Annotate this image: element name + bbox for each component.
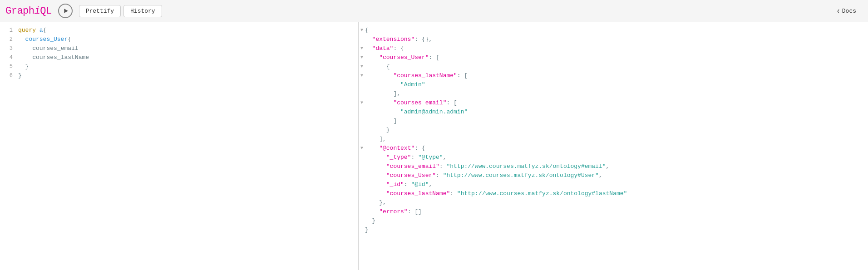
app-logo: GraphiQL	[5, 5, 52, 17]
editor-line: 4 courses_lastName	[0, 53, 358, 62]
line-content: {	[365, 26, 861, 35]
result-panel: ▼ { "extensions": {}, ▼ "data": { ▼ "cou…	[359, 22, 868, 270]
line-number: 2	[0, 35, 18, 44]
query-editor-panel: 1 query a{ 2 courses_User{ 3 courses_ema…	[0, 22, 359, 270]
editor-line: 1 query a{	[0, 26, 358, 35]
result-line: ],	[359, 89, 868, 98]
editor-line: 2 courses_User{	[0, 35, 358, 44]
result-line: ▼ {	[359, 62, 868, 71]
line-content: query a{	[18, 26, 351, 35]
fold-icon[interactable]: ▼	[359, 144, 365, 153]
result-line: ▼ "data": {	[359, 44, 868, 53]
line-number: 4	[0, 53, 18, 62]
svg-marker-0	[64, 9, 68, 13]
docs-button[interactable]: ❮ Docs	[830, 5, 863, 17]
editor-line: 6 }	[0, 71, 358, 80]
line-content: ],	[365, 89, 861, 98]
result-line: "admin@admin.admin"	[359, 108, 868, 117]
line-content: }	[18, 71, 351, 80]
line-content: "courses_lastName": [	[365, 71, 861, 80]
result-line: },	[359, 198, 868, 207]
line-content: }	[18, 62, 351, 71]
line-content: }	[365, 216, 861, 226]
line-content: courses_lastName	[18, 53, 351, 62]
docs-chevron-icon: ❮	[837, 8, 840, 14]
fold-icon[interactable]: ▼	[359, 44, 365, 53]
line-content: ]	[365, 117, 861, 126]
line-content: "admin@admin.admin"	[365, 108, 861, 117]
line-number: 6	[0, 71, 18, 80]
line-content: "courses_User": [	[365, 53, 861, 62]
line-content: {	[365, 62, 861, 71]
fold-icon[interactable]: ▼	[359, 98, 365, 108]
result-line: ]	[359, 117, 868, 126]
fold-icon[interactable]: ▼	[359, 53, 365, 62]
result-line: "_type": "@type",	[359, 153, 868, 162]
run-button[interactable]	[58, 4, 73, 18]
line-content: }	[365, 226, 861, 235]
result-line: ],	[359, 135, 868, 144]
line-number: 3	[0, 44, 18, 53]
line-content: "errors": []	[365, 207, 861, 216]
result-line: "errors": []	[359, 207, 868, 216]
line-number: 1	[0, 26, 18, 35]
line-content: "courses_User": "http://www.courses.matf…	[365, 171, 861, 180]
result-line: ▼ "@context": {	[359, 144, 868, 153]
line-content: "_type": "@type",	[365, 153, 861, 162]
query-editor[interactable]: 1 query a{ 2 courses_User{ 3 courses_ema…	[0, 22, 358, 270]
line-content: "courses_lastName": "http://www.courses.…	[365, 189, 861, 198]
line-content: "courses_email": "http://www.courses.mat…	[365, 162, 861, 171]
app-header: GraphiQL Prettify History ❮ Docs	[0, 0, 868, 22]
result-line: "courses_email": "http://www.courses.mat…	[359, 162, 868, 171]
history-button[interactable]: History	[123, 5, 162, 17]
fold-icon[interactable]: ▼	[359, 62, 365, 71]
docs-label: Docs	[842, 8, 856, 15]
line-content: "courses_email": [	[365, 98, 861, 108]
result-viewer[interactable]: ▼ { "extensions": {}, ▼ "data": { ▼ "cou…	[359, 22, 868, 270]
editor-line: 3 courses_email	[0, 44, 358, 53]
line-content: },	[365, 198, 861, 207]
result-line: }	[359, 216, 868, 226]
line-number: 5	[0, 62, 18, 71]
result-line: "Admin"	[359, 80, 868, 89]
line-content: }	[365, 126, 861, 135]
result-line: "extensions": {},	[359, 35, 868, 44]
result-line: "courses_User": "http://www.courses.matf…	[359, 171, 868, 180]
line-content: "data": {	[365, 44, 861, 53]
line-content: "_id": "@id",	[365, 180, 861, 189]
main-content: 1 query a{ 2 courses_User{ 3 courses_ema…	[0, 22, 868, 270]
fold-icon[interactable]: ▼	[359, 71, 365, 80]
result-line: "_id": "@id",	[359, 180, 868, 189]
line-content: ],	[365, 135, 861, 144]
result-line: "courses_lastName": "http://www.courses.…	[359, 189, 868, 198]
line-content: courses_email	[18, 44, 351, 53]
result-line: ▼ "courses_lastName": [	[359, 71, 868, 80]
line-content: "extensions": {},	[365, 35, 861, 44]
line-content: courses_User{	[18, 35, 351, 44]
line-content: "Admin"	[365, 80, 861, 89]
line-content: "@context": {	[365, 144, 861, 153]
result-line: }	[359, 126, 868, 135]
prettify-button[interactable]: Prettify	[79, 5, 121, 17]
result-line: ▼ "courses_User": [	[359, 53, 868, 62]
result-line: }	[359, 226, 868, 235]
result-line: ▼ "courses_email": [	[359, 98, 868, 108]
editor-line: 5 }	[0, 62, 358, 71]
result-line: ▼ {	[359, 26, 868, 35]
fold-icon[interactable]: ▼	[359, 26, 365, 35]
